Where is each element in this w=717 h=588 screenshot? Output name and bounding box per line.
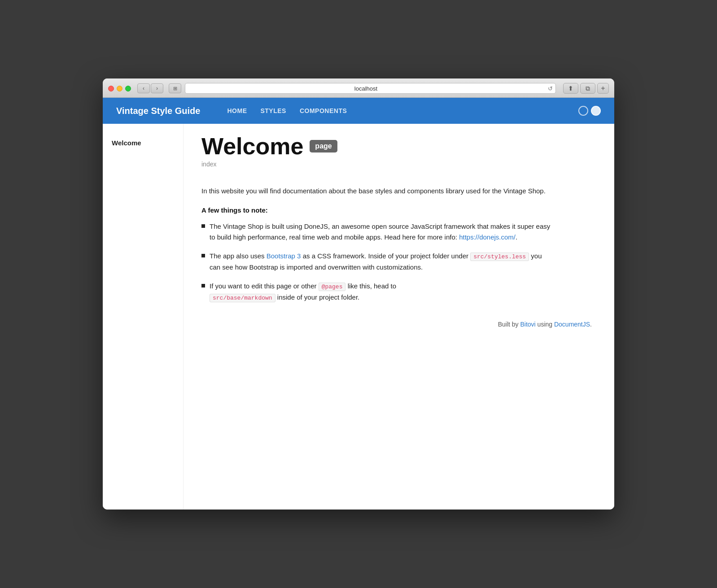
main-content: Welcome page index In this website you w… (184, 124, 614, 510)
section-title: A few things to note: (201, 206, 592, 214)
duplicate-icon: ⧉ (586, 85, 590, 92)
back-button[interactable]: ‹ (137, 83, 150, 93)
page-title: Welcome (201, 135, 303, 158)
donejs-link[interactable]: https://donejs.com/ (459, 233, 516, 241)
sidebar-toggle-button[interactable]: ⊞ (169, 83, 181, 93)
nav-styles[interactable]: STYLES (260, 105, 286, 117)
nav-circle-empty (578, 106, 588, 116)
list-item: The app also uses Bootstrap 3 as a CSS f… (201, 251, 551, 273)
bullet-3-text-middle: like this, head to (345, 282, 396, 290)
url-text: localhost (354, 85, 377, 92)
pages-code: @pages (319, 283, 346, 291)
footer-text-after: . (590, 321, 592, 328)
page-subtitle: index (201, 161, 592, 168)
bullet-2-text: The app also uses Bootstrap 3 as a CSS f… (210, 251, 551, 273)
site-navbar: Vintage Style Guide HOME STYLES COMPONEN… (103, 98, 614, 124)
share-button[interactable]: ⬆ (563, 83, 578, 94)
sidebar-icon: ⊞ (173, 86, 177, 91)
close-button[interactable] (108, 86, 114, 91)
add-icon: + (601, 84, 605, 92)
page-badge: page (310, 140, 337, 152)
site-brand[interactable]: Vintage Style Guide (116, 106, 200, 116)
duplicate-button[interactable]: ⧉ (580, 83, 595, 94)
back-arrow-icon: ‹ (143, 85, 144, 91)
nav-components[interactable]: COMPONENTS (300, 105, 347, 117)
browser-window: ‹ › ⊞ localhost ↺ ⬆ ⧉ + (103, 78, 614, 510)
page-description: In this website you will find documentat… (201, 186, 551, 196)
share-icon: ⬆ (568, 85, 573, 92)
bootstrap-link[interactable]: Bootstrap 3 (267, 252, 301, 260)
bullet-3-text-before: If you want to edit this page or other (210, 282, 319, 290)
bullet-1-text: The Vintage Shop is built using DoneJS, … (210, 221, 551, 243)
page-content: Welcome Welcome page index In this websi… (103, 124, 614, 510)
sidebar: Welcome (103, 124, 184, 510)
page-title-row: Welcome page (201, 135, 592, 158)
refresh-icon[interactable]: ↺ (548, 85, 553, 92)
markdown-code: src/base/markdown (210, 294, 275, 302)
forward-arrow-icon: › (156, 85, 158, 91)
maximize-button[interactable] (125, 86, 131, 91)
nav-icons (578, 106, 601, 116)
bullet-3-text: If you want to edit this page or other @… (210, 281, 396, 303)
list-item: If you want to edit this page or other @… (201, 281, 551, 303)
footer: Built by Bitovi using DocumentJS. (201, 321, 592, 328)
nav-home[interactable]: HOME (227, 105, 247, 117)
bullet-square-icon (201, 254, 205, 257)
bullet-2-text-before: The app also uses (210, 252, 267, 260)
sidebar-item-welcome[interactable]: Welcome (112, 137, 174, 148)
address-bar[interactable]: localhost ↺ (185, 83, 556, 94)
nav-circle-filled (591, 106, 601, 116)
bullet-square-icon (201, 224, 205, 228)
minimize-button[interactable] (117, 86, 122, 91)
nav-buttons: ‹ › (137, 83, 163, 93)
site-nav-links: HOME STYLES COMPONENTS (227, 105, 578, 117)
bitovi-link[interactable]: Bitovi (520, 321, 535, 328)
address-bar-container: localhost ↺ (185, 83, 556, 94)
bullet-1-text-after: . (516, 233, 517, 241)
new-tab-button[interactable]: + (597, 83, 609, 94)
browser-actions: ⬆ ⧉ + (563, 83, 609, 94)
footer-text-middle: using (536, 321, 554, 328)
traffic-lights (108, 86, 131, 91)
bullet-3-text-after: inside of your project folder. (275, 293, 360, 301)
bullet-list: The Vintage Shop is built using DoneJS, … (201, 221, 592, 303)
browser-chrome: ‹ › ⊞ localhost ↺ ⬆ ⧉ + (103, 78, 614, 98)
bullet-2-text-middle: as a CSS framework. Inside of your proje… (301, 252, 470, 260)
bullet-square-icon (201, 284, 205, 287)
list-item: The Vintage Shop is built using DoneJS, … (201, 221, 551, 243)
documentjs-link[interactable]: DocumentJS (554, 321, 590, 328)
footer-text-before: Built by (498, 321, 520, 328)
styles-less-code: src/styles.less (470, 253, 529, 261)
forward-button[interactable]: › (151, 83, 163, 93)
